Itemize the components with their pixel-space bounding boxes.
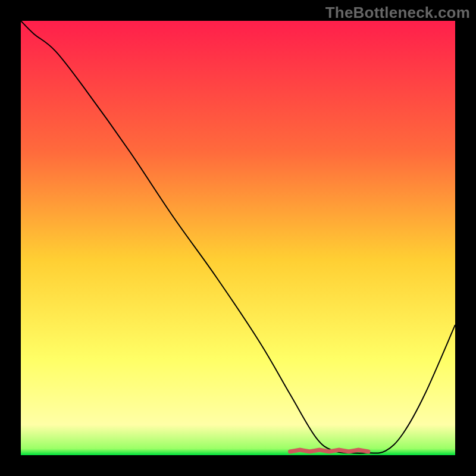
trough-marker — [290, 450, 368, 452]
chart-background — [21, 21, 455, 455]
plot-area — [21, 21, 455, 455]
watermark-label: TheBottleneck.com — [325, 4, 470, 22]
chart-frame: TheBottleneck.com — [0, 0, 476, 476]
chart-svg — [21, 21, 455, 455]
